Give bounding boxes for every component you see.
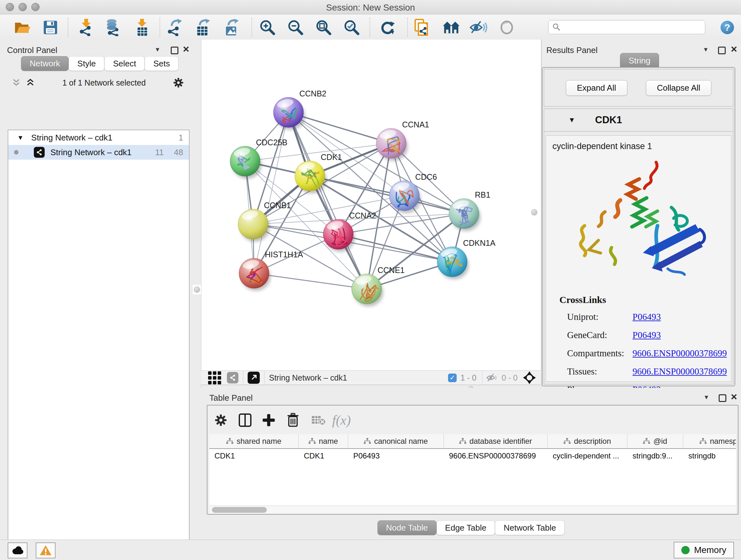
expand-all-chevrons-icon[interactable]: [25, 78, 35, 87]
import-table-button[interactable]: [133, 19, 151, 36]
delete-column-button[interactable]: [283, 411, 302, 430]
table-cell[interactable]: CDK1: [299, 449, 348, 463]
birdseye-view-icon[interactable]: [248, 372, 260, 384]
network-row[interactable]: String Network – cdk1 11 48: [8, 145, 189, 160]
open-session-button[interactable]: [13, 19, 31, 36]
results-panel-close-icon[interactable]: ×: [731, 45, 737, 53]
selected-checkbox-icon[interactable]: ✓: [448, 374, 457, 382]
import-network-button[interactable]: [77, 19, 95, 36]
clone-network-button[interactable]: [413, 19, 431, 36]
fit-selected-crosshair-icon[interactable]: [523, 371, 536, 384]
crosslink-link[interactable]: 9606.ENSP00000378699: [632, 348, 727, 359]
results-panel-menu-icon[interactable]: ▾: [704, 46, 708, 53]
grid-view-icon[interactable]: [208, 371, 221, 384]
network-thumbnail-icon[interactable]: [227, 372, 239, 383]
edge-CCNB2-HIST1H1A[interactable]: [254, 112, 288, 273]
right-splitter-handle[interactable]: [531, 209, 537, 215]
crosslink-link[interactable]: 9606.ENSP00000378699: [632, 366, 727, 377]
zoom-fit-button[interactable]: [315, 19, 333, 36]
network-collection-row[interactable]: ▼ String Network – cdk1 1: [8, 130, 189, 145]
search-input[interactable]: [548, 20, 705, 34]
node-CDC6[interactable]: CDC6: [389, 172, 437, 213]
expand-all-button[interactable]: Expand All: [566, 80, 627, 96]
tab-style[interactable]: Style: [69, 56, 105, 71]
tab-network-table[interactable]: Network Table: [495, 520, 564, 535]
table-cell[interactable]: stringdb: [683, 449, 736, 463]
save-session-button[interactable]: [42, 19, 59, 36]
hide-selected-button[interactable]: [470, 19, 488, 36]
delete-table-button[interactable]: [309, 411, 328, 430]
import-network-from-database-button[interactable]: [104, 19, 122, 36]
collapse-all-button[interactable]: Collapse All: [646, 80, 712, 96]
table-cell[interactable]: CDK1: [209, 449, 299, 463]
gene-header-row[interactable]: ▼ CDK1: [544, 109, 733, 132]
edge-CDK1-RB1[interactable]: [310, 176, 464, 213]
table-cell[interactable]: P06493: [348, 449, 444, 463]
left-splitter-handle[interactable]: [193, 285, 201, 294]
column-header--id[interactable]: @id: [627, 434, 683, 448]
apply-layout-button[interactable]: [379, 19, 396, 36]
cloud-status-button[interactable]: [8, 543, 27, 558]
show-all-button[interactable]: [498, 19, 516, 36]
collection-expand-arrow-icon[interactable]: ▼: [17, 134, 23, 141]
node-RB1[interactable]: RB1: [449, 190, 490, 231]
export-table-button[interactable]: [194, 19, 212, 36]
control-panel-menu-icon[interactable]: ▾: [156, 46, 159, 53]
export-network-button[interactable]: [165, 19, 183, 36]
tab-select[interactable]: Select: [105, 56, 145, 71]
hidden-eye-slash-icon[interactable]: [486, 373, 498, 382]
node-CDKN1A[interactable]: CDKN1A: [437, 239, 495, 279]
table-panel-menu-icon[interactable]: ▾: [704, 394, 708, 401]
crosslink-link[interactable]: P06493: [632, 312, 661, 322]
first-neighbors-button[interactable]: [442, 19, 460, 36]
gear-icon[interactable]: [173, 77, 184, 88]
column-header-shared-name[interactable]: shared name: [209, 434, 299, 448]
column-header-description[interactable]: description: [548, 434, 627, 448]
node-CDK1[interactable]: CDK1: [295, 152, 342, 193]
column-header-namespace[interactable]: namespace: [683, 434, 736, 448]
scrollbar-thumb[interactable]: [212, 507, 267, 513]
help-button[interactable]: ?: [721, 21, 734, 34]
memory-button[interactable]: Memory: [674, 542, 734, 558]
control-panel-float-icon[interactable]: [171, 47, 179, 56]
node-table[interactable]: shared namenamecanonical namedatabase id…: [209, 434, 736, 505]
node-CCNB2[interactable]: CCNB2: [273, 89, 327, 130]
tab-node-table[interactable]: Node Table: [378, 520, 436, 535]
collapse-all-chevrons-icon[interactable]: [11, 78, 21, 87]
zoom-in-button[interactable]: [259, 19, 276, 36]
export-image-button[interactable]: [223, 19, 241, 36]
zoom-out-button[interactable]: [286, 19, 305, 36]
edge-HIST1H1A-CCNE1[interactable]: [254, 273, 367, 289]
network-canvas[interactable]: CCNB2CCNA1CDC25BCDK1CDC6RB1CCNB1CCNA2CDK…: [201, 40, 541, 370]
table-cell[interactable]: 9606.ENSP00000378699: [444, 449, 548, 463]
tab-network[interactable]: Network: [21, 56, 69, 71]
gene-expand-arrow-icon[interactable]: ▼: [568, 116, 576, 124]
column-header-canonical-name[interactable]: canonical name: [348, 434, 444, 448]
function-builder-button[interactable]: f(x): [332, 411, 351, 430]
column-header-database-identifier[interactable]: database identifier: [444, 434, 548, 448]
edge-CCNB2-CCNE1[interactable]: [288, 112, 367, 289]
warnings-button[interactable]: [36, 543, 56, 558]
table-row[interactable]: CDK1CDK1P064939606.ENSP00000378699cyclin…: [209, 449, 736, 463]
column-header-name[interactable]: name: [299, 434, 348, 448]
table-cell[interactable]: stringdb:9...: [627, 449, 683, 463]
node-CCNE1[interactable]: CCNE1: [352, 266, 405, 307]
results-panel-float-icon[interactable]: [718, 47, 726, 56]
table-panel-close-icon[interactable]: ×: [731, 392, 737, 401]
create-column-button[interactable]: [259, 411, 278, 430]
crosslink-link[interactable]: P06493: [632, 330, 661, 340]
results-tab-string[interactable]: String: [620, 53, 659, 68]
table-cell[interactable]: cyclin-dependent ...: [548, 449, 627, 463]
node-CCNA1[interactable]: CCNA1: [376, 120, 429, 161]
tab-edge-table[interactable]: Edge Table: [436, 520, 495, 535]
node-HIST1H1A[interactable]: HIST1H1A: [239, 250, 303, 291]
show-columns-button[interactable]: [235, 411, 255, 430]
table-horizontal-scrollbar[interactable]: [209, 506, 736, 513]
node-CCNB1[interactable]: CCNB1: [238, 201, 291, 242]
table-panel-float-icon[interactable]: [719, 394, 726, 403]
control-panel-close-icon[interactable]: ×: [183, 45, 189, 53]
tab-sets[interactable]: Sets: [145, 56, 179, 71]
zoom-selected-button[interactable]: [343, 19, 360, 36]
network-graph[interactable]: CCNB2CCNA1CDC25BCDK1CDC6RB1CCNB1CCNA2CDK…: [201, 40, 540, 370]
table-settings-button[interactable]: [211, 411, 230, 430]
